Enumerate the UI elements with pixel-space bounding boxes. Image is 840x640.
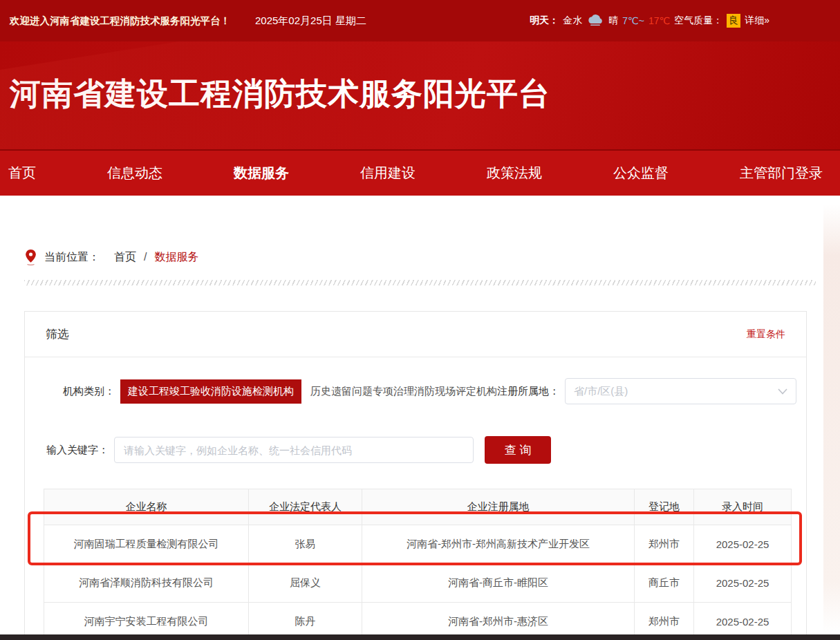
nav-item-data-service[interactable]: 数据服务 [234, 164, 289, 182]
table-cell: 河南固瑞工程质量检测有限公司 [44, 525, 249, 564]
nav-item-admin-login[interactable]: 主管部门登录 [740, 164, 823, 182]
table-cell: 河南省-商丘市-睢阳区 [362, 564, 635, 603]
table-cell: 商丘市 [635, 564, 694, 603]
page: 欢迎进入河南省建设工程消防技术服务阳光平台！ 2025年02月25日 星期二 明… [0, 0, 840, 640]
nav-item-policy[interactable]: 政策法规 [487, 164, 542, 182]
breadcrumb-current-link[interactable]: 数据服务 [154, 250, 198, 265]
table-body: 河南固瑞工程质量检测有限公司 张易 河南省-郑州市-郑州高新技术产业开发区 郑州… [44, 525, 792, 640]
table-cell: 2025-02-25 [694, 564, 792, 603]
column-header-region: 企业注册属地 [362, 489, 635, 525]
main-nav: 首页 信息动态 数据服务 信用建设 政策法规 公众监督 主管部门登录 [0, 151, 840, 196]
temp-low: 7℃~ [622, 15, 644, 26]
breadcrumb: 当前位置： 首页 / 数据服务 [25, 249, 840, 265]
filter-card-header: 筛选 重置条件 [25, 312, 806, 357]
region-select-placeholder: 省/市/区(县) [574, 385, 628, 398]
chevron-down-icon [778, 388, 787, 395]
table-header: 企业名称 企业法定代表人 企业注册属地 登记地 录入时间 [44, 489, 792, 525]
column-header-company: 企业名称 [44, 489, 249, 525]
category-option-active[interactable]: 建设工程竣工验收消防设施检测机构 [120, 379, 301, 404]
nav-item-supervision[interactable]: 公众监督 [613, 164, 669, 182]
bottom-dark-bar [0, 634, 840, 640]
district-label: 金水 [563, 15, 582, 27]
category-option-inactive[interactable]: 历史遗留问题专项治理消防现场评定机构 [310, 385, 497, 398]
column-header-entry-time: 录入时间 [694, 489, 792, 525]
table-cell: 屈保义 [249, 564, 362, 603]
breadcrumb-label: 当前位置： [44, 250, 100, 265]
condition-label: 晴 [608, 15, 618, 27]
air-quality-label: 空气质量： [674, 15, 722, 27]
keyword-input[interactable] [114, 437, 474, 463]
air-quality-badge: 良 [727, 14, 740, 28]
filter-card: 筛选 重置条件 机构类别： 建设工程竣工验收消防设施检测机构 历史遗留问题专项治… [24, 311, 807, 640]
column-header-registry: 登记地 [635, 489, 694, 525]
reset-filters-link[interactable]: 重置条件 [747, 328, 785, 341]
region-filter-group: 注册所属地： 省/市/区(县) [497, 378, 796, 404]
table-cell: 2025-02-25 [694, 525, 792, 564]
table-cell: 郑州市 [635, 525, 694, 564]
nav-item-news[interactable]: 信息动态 [107, 164, 162, 182]
table-cell: 河南省泽顺消防科技有限公司 [44, 564, 249, 603]
column-header-legal-rep: 企业法定代表人 [249, 489, 362, 525]
weather-cloud-icon [586, 15, 604, 27]
weather-widget: 明天： 金水 晴 7℃~ 17℃ 空气质量： 良 详细» [530, 14, 769, 28]
header-row: 企业名称 企业法定代表人 企业注册属地 登记地 录入时间 [44, 489, 792, 525]
nav-item-home[interactable]: 首页 [8, 164, 36, 182]
site-title: 河南省建设工程消防技术服务阳光平台 [0, 41, 840, 112]
site-banner: 河南省建设工程消防技术服务阳光平台 [0, 41, 840, 151]
category-filter-row: 机构类别： 建设工程竣工验收消防设施检测机构 历史遗留问题专项治理消防现场评定机… [63, 378, 787, 404]
keyword-label: 输入关键字： [46, 444, 109, 457]
date-text: 2025年02月25日 星期二 [255, 15, 366, 28]
keyword-filter-row: 输入关键字： 查 询 [46, 436, 806, 464]
search-button[interactable]: 查 询 [485, 436, 551, 464]
slash-divider [24, 280, 816, 285]
welcome-text: 欢迎进入河南省建设工程消防技术服务阳光平台！ [10, 15, 230, 28]
region-label: 注册所属地： [497, 385, 559, 398]
results-table: 企业名称 企业法定代表人 企业注册属地 登记地 录入时间 河南固瑞工程质量检测有… [44, 489, 792, 640]
table-cell: 河南省-郑州市-郑州高新技术产业开发区 [362, 525, 635, 564]
region-select[interactable]: 省/市/区(县) [565, 378, 796, 404]
nav-item-credit[interactable]: 信用建设 [360, 164, 416, 182]
filter-title: 筛选 [46, 326, 69, 342]
breadcrumb-separator: / [144, 251, 147, 263]
temp-high: 17℃ [648, 15, 670, 26]
table-row: 河南固瑞工程质量检测有限公司 张易 河南省-郑州市-郑州高新技术产业开发区 郑州… [44, 525, 792, 564]
location-pin-icon [25, 249, 37, 265]
topbar: 欢迎进入河南省建设工程消防技术服务阳光平台！ 2025年02月25日 星期二 明… [0, 0, 840, 41]
tomorrow-label: 明天： [530, 15, 559, 27]
table-cell: 张易 [249, 525, 362, 564]
category-label: 机构类别： [63, 385, 115, 398]
weather-detail-link[interactable]: 详细» [745, 15, 769, 27]
table-row: 河南省泽顺消防科技有限公司 屈保义 河南省-商丘市-睢阳区 商丘市 2025-0… [44, 564, 792, 603]
breadcrumb-home-link[interactable]: 首页 [114, 250, 136, 265]
content-area: 当前位置： 首页 / 数据服务 筛选 重置条件 机构类别： 建设工程竣工验收消防… [0, 249, 840, 640]
